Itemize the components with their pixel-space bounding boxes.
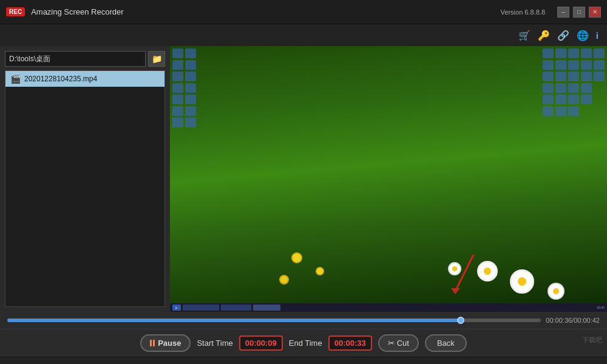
watermark: 下载吧 (582, 335, 602, 345)
file-list: 🎬 20201228104235.mp4 (5, 70, 165, 307)
globe-icon[interactable]: 🌐 (577, 30, 589, 41)
path-bar: 📁 (5, 51, 165, 67)
rec-badge: REC (6, 7, 25, 16)
cut-label: Cut (397, 339, 409, 348)
end-time-label: End Time (289, 339, 322, 348)
folder-button[interactable]: 📁 (148, 51, 165, 67)
toolbar-icons: 🛒 🔑 🔗 🌐 i (0, 24, 607, 46)
app-title: Amazing Screen Recorder (31, 7, 500, 16)
path-input[interactable] (5, 51, 146, 67)
scissors-icon: ✂ (388, 339, 395, 348)
key-icon[interactable]: 🔑 (538, 30, 550, 41)
titlebar: REC Amazing Screen Recorder Version 6.8.… (0, 0, 607, 24)
back-button[interactable]: Back (425, 334, 467, 352)
pause-bar-right (153, 340, 155, 346)
start-time-value: 00:00:09 (239, 335, 283, 351)
file-icon: 🎬 (10, 74, 21, 84)
maximize-button[interactable]: □ (573, 7, 585, 18)
file-item[interactable]: 🎬 20201228104235.mp4 (5, 71, 164, 87)
left-panel: 📁 🎬 20201228104235.mp4 (0, 46, 170, 312)
version-text: Version 6.8.8.8 (501, 8, 545, 16)
start-time-label: Start Time (197, 339, 232, 348)
end-time-value: 00:00:33 (328, 335, 372, 351)
info-icon[interactable]: i (596, 30, 599, 41)
progress-fill (7, 318, 461, 322)
minimize-button[interactable]: – (557, 7, 569, 18)
file-name: 20201228104235.mp4 (24, 75, 97, 83)
footer: Copyright © 2011-2018 Amazing-Share. All… (0, 357, 607, 364)
pause-button[interactable]: Pause (140, 334, 191, 352)
controls-bar: Pause Start Time 00:00:09 End Time 00:00… (0, 329, 607, 357)
close-button[interactable]: ✕ (589, 7, 601, 18)
window-controls: – □ ✕ (557, 7, 601, 18)
arrow-indicator (449, 255, 486, 303)
pause-bar-left (150, 340, 152, 346)
link-icon[interactable]: 🔗 (557, 30, 569, 41)
video-preview: ▶ 00:00 (170, 46, 607, 312)
cut-button[interactable]: ✂ Cut (378, 334, 419, 352)
pause-icon (150, 340, 155, 346)
time-display: 00:00:36/00:00:42 (546, 317, 600, 324)
cart-icon[interactable]: 🛒 (518, 30, 531, 41)
svg-line-0 (455, 255, 473, 291)
main-content: 📁 🎬 20201228104235.mp4 (0, 46, 607, 312)
progress-thumb[interactable] (457, 317, 464, 324)
svg-marker-1 (451, 288, 460, 294)
pause-label: Pause (158, 339, 181, 348)
video-panel: ▶ 00:00 (170, 46, 607, 312)
progress-area: 00:00:36/00:00:42 (0, 312, 607, 329)
progress-track[interactable] (7, 318, 541, 322)
